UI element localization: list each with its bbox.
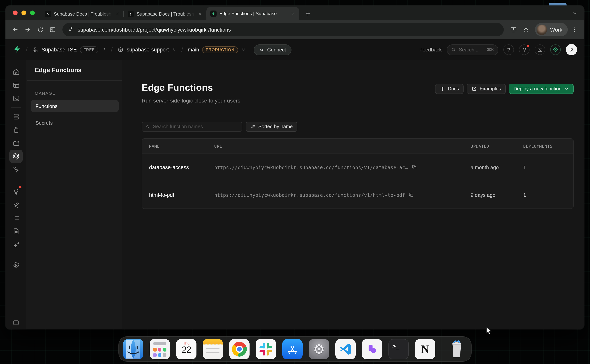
- browser-tabstrip: Supabase Docs | Troubleshoo Supabase Doc…: [6, 6, 584, 20]
- tab-supabase-docs-2[interactable]: Supabase Docs | Troubleshoo: [124, 8, 206, 20]
- zoom-window-button[interactable]: [30, 10, 35, 15]
- browser-menu-kebab-icon[interactable]: [569, 24, 580, 35]
- tab-supabase-docs-1[interactable]: Supabase Docs | Troubleshoo: [41, 8, 124, 20]
- branch-switcher-chevrons-icon[interactable]: [241, 47, 246, 53]
- copy-url-icon[interactable]: [409, 192, 414, 198]
- browser-profile-button[interactable]: Work: [535, 23, 568, 36]
- rail-collapse-sidebar-icon[interactable]: [9, 316, 23, 329]
- dock-app-notion[interactable]: N: [415, 339, 435, 359]
- help-button[interactable]: ?: [503, 45, 514, 55]
- address-bar[interactable]: supabase.com/dashboard/project/qiuwhyoiy…: [62, 23, 503, 36]
- breadcrumb-branch[interactable]: main PRODUCTION: [188, 46, 246, 53]
- project-name: supabase-support: [127, 47, 169, 53]
- install-app-icon[interactable]: [508, 24, 519, 35]
- rail-table-editor-icon[interactable]: [9, 78, 23, 91]
- supabase-logo[interactable]: [13, 45, 21, 54]
- supabase-favicon: [210, 10, 217, 17]
- dock-app-settings[interactable]: ⚙: [309, 339, 329, 359]
- rail-integrations-icon[interactable]: [9, 238, 23, 251]
- rail-advisors-icon[interactable]: [9, 185, 23, 198]
- rail-reports-icon[interactable]: [9, 198, 23, 211]
- rail-settings-icon[interactable]: [9, 258, 23, 271]
- dock-app-appstore[interactable]: [282, 339, 303, 359]
- tab-search-chevron-icon[interactable]: [570, 9, 579, 18]
- rail-logs-icon[interactable]: [9, 211, 23, 224]
- rail-storage-icon[interactable]: [9, 136, 23, 150]
- bookmark-star-icon[interactable]: [520, 24, 532, 35]
- copy-url-icon[interactable]: [411, 164, 417, 170]
- browser-window: Supabase Docs | Troubleshoo Supabase Doc…: [6, 6, 584, 329]
- rail-auth-icon[interactable]: [9, 123, 23, 136]
- connect-label: Connect: [267, 47, 286, 53]
- close-window-button[interactable]: [13, 10, 18, 15]
- project-switcher-chevrons-icon[interactable]: [172, 47, 177, 53]
- table-row[interactable]: html-to-pdf https://qiuwhyoiycwkuobqirkr…: [142, 181, 573, 208]
- dock-app-finder[interactable]: [123, 339, 143, 359]
- tab-title: Supabase Docs | Troubleshoo: [137, 11, 194, 17]
- account-avatar-button[interactable]: [566, 44, 577, 55]
- tab-close-icon[interactable]: [290, 10, 296, 17]
- dock-app-calendar[interactable]: Thu 22: [176, 339, 196, 359]
- rail-home-icon[interactable]: [9, 65, 23, 78]
- page-title: Edge Functions: [142, 82, 240, 93]
- connect-button[interactable]: Connect: [254, 44, 291, 55]
- dock-divider: [441, 339, 441, 359]
- feedback-button[interactable]: Feedback: [419, 47, 442, 53]
- dock-app-launchpad[interactable]: [150, 339, 170, 359]
- back-icon[interactable]: [9, 24, 21, 35]
- dock-trash[interactable]: [447, 339, 467, 359]
- function-search-input[interactable]: [153, 124, 238, 129]
- examples-button[interactable]: Examples: [467, 84, 506, 94]
- supabase-favicon: [45, 11, 51, 17]
- notification-dot: [526, 45, 530, 47]
- dock-app-slack[interactable]: [256, 339, 276, 359]
- col-url: URL: [214, 144, 471, 148]
- minimize-window-button[interactable]: [21, 10, 26, 15]
- reading-list-icon[interactable]: [47, 24, 59, 35]
- tab-close-icon[interactable]: [197, 11, 203, 17]
- person-icon: [568, 46, 575, 53]
- tab-close-icon[interactable]: [114, 11, 121, 17]
- rail-edge-functions-icon[interactable]: [9, 150, 23, 163]
- col-name: NAME: [149, 144, 214, 148]
- sidebar-section-label: MANAGE: [27, 81, 122, 96]
- tab-title: Supabase Docs | Troubleshoo: [54, 11, 112, 17]
- forward-icon[interactable]: [22, 24, 34, 35]
- command-console-button[interactable]: [535, 45, 545, 55]
- dock-app-notes[interactable]: [203, 339, 223, 359]
- docs-button[interactable]: Docs: [435, 84, 463, 94]
- tab-edge-functions[interactable]: Edge Functions | Supabase: [206, 7, 299, 20]
- sort-button[interactable]: Sorted by name: [246, 122, 298, 132]
- gear-icon: ⚙: [313, 342, 325, 356]
- sidebar-title: Edge Functions: [27, 60, 122, 74]
- org-plan-badge: FREE: [80, 46, 98, 53]
- advisor-notifications-button[interactable]: [519, 45, 530, 55]
- rail-database-icon[interactable]: [9, 110, 23, 123]
- rail-realtime-icon[interactable]: [9, 163, 23, 176]
- function-updated: 9 days ago: [471, 192, 523, 198]
- function-search-field[interactable]: [142, 122, 242, 132]
- breadcrumb-project[interactable]: supabase-support: [117, 46, 177, 53]
- rail-api-docs-icon[interactable]: [9, 224, 23, 238]
- global-search-button[interactable]: Search... ⌘K: [447, 44, 498, 55]
- breadcrumb-org[interactable]: Supabase TSE FREE: [32, 46, 106, 53]
- table-row[interactable]: database-access https://qiuwhyoiycwkuobq…: [142, 153, 573, 181]
- dock-app-vscode[interactable]: [335, 339, 356, 359]
- notion-logo: N: [421, 342, 429, 356]
- dock-app-figma[interactable]: [362, 339, 382, 359]
- table-header-row: NAME URL UPDATED DEPLOYMENTS: [142, 139, 573, 153]
- dock-app-chrome[interactable]: [229, 339, 249, 359]
- dock-app-terminal[interactable]: >_: [389, 339, 409, 359]
- function-deployments: 1: [523, 192, 573, 198]
- reload-icon[interactable]: [34, 24, 46, 35]
- page-subtitle: Run server-side logic close to your user…: [142, 98, 240, 104]
- ai-assistant-button[interactable]: [550, 45, 561, 55]
- org-switcher-chevrons-icon[interactable]: [101, 47, 106, 53]
- new-tab-button[interactable]: [302, 8, 313, 19]
- rail-sql-editor-icon[interactable]: [9, 91, 23, 105]
- sidebar-item-functions[interactable]: Functions: [31, 100, 119, 112]
- deploy-function-button[interactable]: Deploy a new function: [509, 84, 574, 94]
- sidebar-item-secrets[interactable]: Secrets: [31, 117, 119, 129]
- chevron-down-icon: [564, 86, 569, 91]
- site-settings-icon[interactable]: [68, 26, 74, 33]
